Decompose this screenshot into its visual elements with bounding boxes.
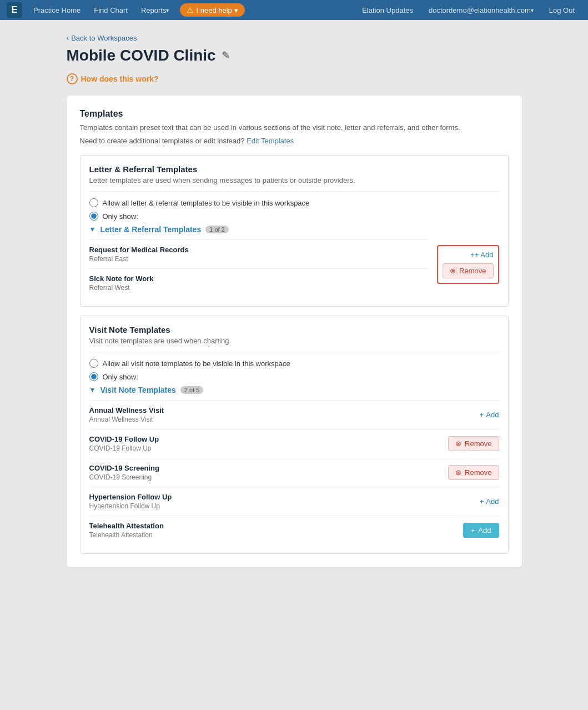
templates-desc2: Need to create additional templates or e… (80, 136, 509, 147)
visit-remove-button-2[interactable]: ⊗ Remove (448, 465, 499, 480)
visit-remove-button-1[interactable]: ⊗ Remove (448, 436, 499, 451)
letter-section: Letter & Referral Templates Letter templ… (80, 155, 509, 307)
visit-add-button-3[interactable]: + Add (480, 497, 499, 506)
plus-icon: + (470, 251, 475, 259)
visit-template-item-4: Telehealth Attestation Telehealth Attest… (89, 516, 499, 544)
warning-icon: ⚠ (187, 6, 194, 14)
remove-icon: ⊗ (450, 267, 456, 275)
page-title: Mobile COVID Clinic ✎ (67, 47, 522, 64)
visit-section-desc: Visit note templates are used when chart… (89, 337, 499, 345)
navbar: E Practice Home Find Chart Reports ⚠ I n… (0, 0, 588, 20)
page-content: ‹ Back to Workspaces Mobile COVID Clinic… (56, 20, 533, 592)
letter-radio-all[interactable]: Allow all letter & referral templates to… (89, 198, 499, 207)
letter-action-box: + + Add ⊗ Remove (437, 245, 499, 284)
visit-template-item-1: COVID-19 Follow Up COVID-19 Follow Up ⊗ … (89, 429, 499, 458)
letter-section-desc: Letter templates are used when sending m… (89, 176, 499, 184)
plus-icon-0: + (480, 411, 484, 419)
logo: E (7, 2, 22, 18)
visit-section: Visit Note Templates Visit note template… (80, 316, 509, 554)
collapse-icon: ▼ (89, 226, 96, 233)
how-works-link[interactable]: ? How does this work? (67, 73, 522, 84)
edit-templates-link[interactable]: Edit Templates (247, 137, 294, 145)
visit-template-item-0: Annual Wellness Visit Annual Wellness Vi… (89, 400, 499, 429)
visit-add-teal-button-4[interactable]: + Add (463, 523, 499, 538)
letter-radio-only-input[interactable] (89, 212, 98, 221)
nav-practice-home[interactable]: Practice Home (27, 0, 87, 20)
nav-reports[interactable]: Reports (134, 0, 176, 20)
letter-template-header[interactable]: ▼ Letter & Referral Templates 1 of 2 (89, 225, 429, 234)
nav-logout[interactable]: Log Out (542, 0, 581, 20)
remove-icon-2: ⊗ (455, 468, 461, 477)
back-link[interactable]: ‹ Back to Workspaces (67, 33, 522, 42)
nav-find-chart[interactable]: Find Chart (87, 0, 134, 20)
letter-add-button[interactable]: + + Add (470, 251, 493, 259)
letter-template-item-1: Sick Note for Work Referral West (89, 268, 429, 297)
letter-section-title: Letter & Referral Templates (89, 164, 499, 174)
visit-collapse-icon: ▼ (89, 386, 96, 394)
visit-template-item-3: Hypertension Follow Up Hypertension Foll… (89, 487, 499, 516)
visit-template-item-2: COVID-19 Screening COVID-19 Screening ⊗ … (89, 458, 499, 487)
visit-template-header[interactable]: ▼ Visit Note Templates 2 of 5 (89, 386, 499, 394)
plus-icon-3: + (480, 497, 484, 506)
visit-radio-all-input[interactable] (89, 359, 98, 368)
templates-title: Templates (80, 109, 509, 119)
visit-radio-only-input[interactable] (89, 372, 98, 381)
nav-elation-updates[interactable]: Elation Updates (355, 0, 420, 20)
letter-radio-only[interactable]: Only show: (89, 212, 499, 221)
edit-title-icon[interactable]: ✎ (222, 49, 230, 62)
plus-icon-4: + (471, 526, 475, 534)
question-icon: ? (67, 73, 78, 84)
visit-add-button-0[interactable]: + Add (480, 411, 499, 419)
visit-radio-all[interactable]: Allow all visit note templates to be vis… (89, 359, 499, 368)
visit-radio-only[interactable]: Only show: (89, 372, 499, 381)
letter-template-item-0: Request for Medical Records Referral Eas… (89, 239, 429, 268)
templates-card: Templates Templates contain preset text … (67, 96, 522, 567)
remove-icon-1: ⊗ (455, 439, 461, 448)
nav-right: Elation Updates doctordemo@elationhealth… (355, 0, 581, 20)
letter-remove-button[interactable]: ⊗ Remove (443, 263, 493, 278)
templates-desc1: Templates contain preset text that can b… (80, 122, 509, 133)
back-arrow-icon: ‹ (67, 33, 69, 42)
visit-section-title: Visit Note Templates (89, 325, 499, 334)
nav-account[interactable]: doctordemo@elationhealth.com (422, 0, 540, 20)
letter-radio-all-input[interactable] (89, 198, 98, 207)
nav-help[interactable]: ⚠ I need help ▾ (180, 3, 244, 17)
